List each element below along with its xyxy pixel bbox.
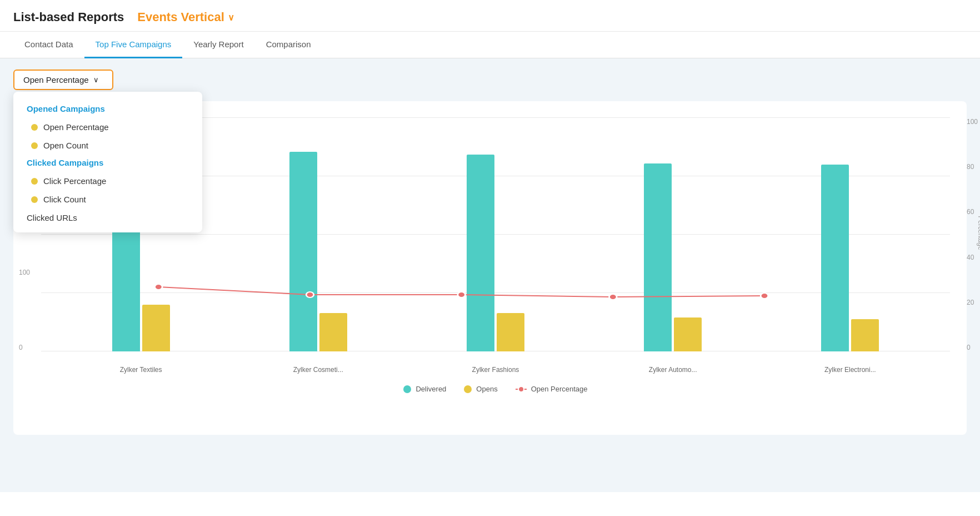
- dropdown-menu: Opened Campaigns Open Percentage Open Co…: [13, 92, 202, 232]
- page-title: List-based Reports: [13, 10, 124, 24]
- bar-opens-4: [674, 317, 702, 351]
- bar-group: [644, 163, 702, 351]
- tab-top-five-campaigns[interactable]: Top Five Campaigns: [84, 32, 183, 58]
- clicked-urls-title: Clicked URLs: [13, 209, 202, 227]
- bar-group: [289, 152, 347, 351]
- opened-campaigns-title: Opened Campaigns: [13, 101, 202, 118]
- click-count-dot: [31, 196, 38, 203]
- open-percentage-item[interactable]: Open Percentage: [13, 118, 202, 136]
- tab-comparison[interactable]: Comparison: [255, 32, 322, 58]
- dropdown-button-label: Open Percentage: [23, 75, 89, 85]
- legend-delivered-dot: [403, 385, 411, 393]
- click-percentage-item[interactable]: Click Percentage: [13, 172, 202, 190]
- bar-group: [467, 155, 524, 351]
- legend-line-icon: [516, 389, 527, 390]
- clicked-urls-section: Clicked URLs: [13, 209, 202, 227]
- bar-group: [821, 165, 879, 351]
- open-percentage-label: Open Percentage: [43, 122, 109, 132]
- bar-delivered-4: [644, 163, 672, 351]
- clicked-campaigns-section: Clicked Campaigns Click Percentage Click…: [13, 155, 202, 209]
- clicked-campaigns-title: Clicked Campaigns: [13, 155, 202, 172]
- tab-contact-data[interactable]: Contact Data: [13, 32, 84, 58]
- x-label-5: Zylker Electroni...: [819, 366, 881, 374]
- bar-opens-3: [497, 313, 524, 351]
- x-label-1: Zylker Textiles: [111, 366, 172, 374]
- right-axis-label: Percentage: [976, 216, 980, 250]
- legend-delivered-label: Delivered: [416, 385, 446, 393]
- tabs-bar: Contact Data Top Five Campaigns Yearly R…: [0, 32, 980, 58]
- x-label-2: Zylker Cosmeti...: [288, 366, 349, 374]
- click-percentage-label: Click Percentage: [43, 176, 106, 186]
- metric-dropdown-button[interactable]: Open Percentage ∨: [13, 70, 113, 90]
- click-percentage-dot: [31, 178, 38, 185]
- chevron-down-icon: ∨: [93, 76, 99, 84]
- bar-opens-1: [142, 305, 170, 351]
- open-percentage-dot: [31, 124, 38, 131]
- x-label-4: Zylker Automo...: [642, 366, 703, 374]
- bar-delivered-3: [467, 155, 494, 351]
- click-count-item[interactable]: Click Count: [13, 190, 202, 209]
- list-dropdown[interactable]: Events Vertical ∨: [137, 10, 234, 24]
- x-label-3: Zylker Fashions: [465, 366, 526, 374]
- legend-opens: Opens: [464, 385, 497, 393]
- click-count-label: Click Count: [43, 195, 86, 204]
- content-area: Open Percentage ∨ Opened Campaigns Open …: [0, 58, 980, 492]
- legend-open-percentage-label: Open Percentage: [531, 385, 588, 393]
- header: List-based Reports Events Vertical ∨: [0, 0, 980, 32]
- chart-legend: Delivered Opens Open Percentage: [41, 385, 950, 393]
- legend-opens-label: Opens: [476, 385, 497, 393]
- tab-yearly-report[interactable]: Yearly Report: [182, 32, 254, 58]
- open-count-dot: [31, 142, 38, 149]
- legend-opens-dot: [464, 385, 472, 393]
- bar-delivered-5: [821, 165, 849, 351]
- bar-opens-2: [319, 313, 347, 351]
- bar-opens-5: [851, 319, 879, 351]
- bar-delivered-2: [289, 152, 317, 351]
- legend-open-percentage: Open Percentage: [516, 385, 588, 393]
- opened-campaigns-section: Opened Campaigns Open Percentage Open Co…: [13, 101, 202, 155]
- chevron-down-icon: ∨: [228, 12, 234, 23]
- legend-delivered: Delivered: [403, 385, 446, 393]
- open-count-item[interactable]: Open Count: [13, 136, 202, 155]
- open-count-label: Open Count: [43, 141, 88, 150]
- x-labels: Zylker Textiles Zylker Cosmeti... Zylker…: [41, 366, 950, 374]
- dropdown-label: Events Vertical: [137, 10, 224, 24]
